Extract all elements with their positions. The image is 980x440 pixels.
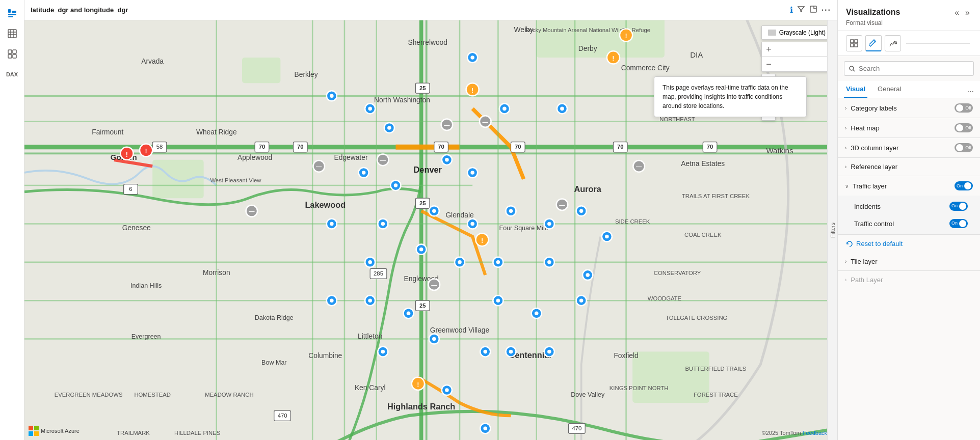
category-labels-toggle[interactable]: Off bbox=[955, 103, 973, 113]
filter-icon[interactable] bbox=[797, 5, 805, 15]
svg-text:Berkley: Berkley bbox=[295, 70, 318, 78]
toggle-knob bbox=[959, 220, 966, 227]
svg-rect-214 bbox=[29, 426, 33, 430]
section-path-layer-header[interactable]: › Path Layer bbox=[838, 271, 980, 289]
traffic-control-toggle[interactable]: On bbox=[949, 219, 968, 228]
svg-text:Bow Mar: Bow Mar bbox=[261, 359, 287, 366]
chevron-right-icon-ref: › bbox=[845, 164, 846, 170]
feedback-link[interactable]: Feedback bbox=[803, 430, 827, 436]
svg-point-134 bbox=[470, 222, 474, 226]
svg-text:70: 70 bbox=[297, 144, 304, 150]
toggle-knob bbox=[964, 182, 971, 189]
section-3d-column-title: › 3D column layer bbox=[845, 144, 898, 152]
panel-header: Visualizations « » Format visual bbox=[838, 0, 980, 31]
svg-text:CONSERVATORY: CONSERVATORY bbox=[654, 270, 701, 276]
svg-text:—: — bbox=[249, 208, 255, 214]
svg-rect-2 bbox=[8, 14, 16, 15]
azure-logo-label: Microsoft Azure bbox=[41, 428, 80, 434]
svg-point-118 bbox=[362, 171, 366, 175]
svg-text:Dove Valley: Dove Valley bbox=[571, 391, 605, 398]
incidents-toggle[interactable]: On bbox=[949, 202, 968, 211]
tab-visual[interactable]: Visual bbox=[844, 81, 867, 98]
svg-text:TRAILS AT FIRST CREEK: TRAILS AT FIRST CREEK bbox=[682, 193, 750, 199]
section-category-labels-header[interactable]: › Category labels Off bbox=[838, 98, 980, 118]
panel-expand-button[interactable]: » bbox=[963, 6, 972, 19]
search-input[interactable] bbox=[859, 65, 969, 72]
table-nav-icon[interactable] bbox=[3, 24, 21, 43]
section-path-layer-title: › Path Layer bbox=[845, 276, 883, 284]
svg-text:FOREST TRACE: FOREST TRACE bbox=[694, 392, 738, 398]
toggle-knob bbox=[956, 144, 963, 151]
info-icon[interactable]: ℹ bbox=[790, 5, 793, 15]
svg-point-120 bbox=[394, 183, 398, 187]
reset-button[interactable]: Reset to default bbox=[838, 235, 980, 253]
map-style-button[interactable]: Grayscale (Light) bbox=[761, 25, 832, 40]
zoom-controls: + − bbox=[761, 42, 832, 72]
map-container[interactable]: 70 70 70 70 70 70 25 25 25 6 58 bbox=[24, 20, 837, 440]
report-nav-icon[interactable] bbox=[3, 4, 21, 22]
zoom-in-button[interactable]: + bbox=[762, 42, 776, 57]
section-reference-layer: › Reference layer bbox=[838, 158, 980, 176]
svg-text:Greenwood Village: Greenwood Village bbox=[430, 326, 490, 334]
model-nav-icon[interactable] bbox=[3, 45, 21, 63]
svg-text:Indian Hills: Indian Hills bbox=[130, 282, 162, 289]
analytics-format-button[interactable] bbox=[885, 35, 901, 51]
grid-format-button[interactable] bbox=[846, 35, 862, 51]
panel-title: Visualizations bbox=[846, 8, 900, 17]
svg-text:—: — bbox=[380, 157, 386, 163]
svg-text:70: 70 bbox=[259, 144, 266, 150]
svg-text:Commerce City: Commerce City bbox=[621, 64, 670, 72]
svg-text:25: 25 bbox=[419, 85, 426, 91]
svg-text:HILLDALE PINES: HILLDALE PINES bbox=[174, 430, 221, 436]
svg-text:70: 70 bbox=[707, 144, 713, 150]
section-traffic-layer-title: ∨ Traffic layer bbox=[845, 182, 887, 190]
svg-text:58: 58 bbox=[156, 144, 163, 150]
svg-point-142 bbox=[605, 235, 609, 239]
map-style-icon bbox=[768, 30, 776, 36]
dax-nav-icon[interactable]: DAX bbox=[3, 65, 21, 84]
svg-point-180 bbox=[483, 427, 487, 431]
svg-rect-220 bbox=[851, 44, 854, 47]
tab-general[interactable]: General bbox=[876, 81, 903, 98]
tab-more-button[interactable]: ... bbox=[967, 85, 974, 94]
heat-map-toggle[interactable]: Off bbox=[955, 123, 973, 132]
svg-text:Glendale: Glendale bbox=[445, 211, 474, 219]
filters-label: Filters bbox=[830, 223, 836, 238]
svg-text:West Pleasant View: West Pleasant View bbox=[210, 177, 261, 183]
expand-icon[interactable] bbox=[809, 5, 817, 15]
svg-point-138 bbox=[547, 222, 551, 226]
chevron-right-icon-path: › bbox=[845, 277, 846, 283]
toggle-knob bbox=[956, 124, 963, 131]
incidents-sub-item: Incidents On bbox=[838, 198, 980, 215]
svg-text:Littleton: Littleton bbox=[358, 333, 382, 341]
svg-text:!: ! bbox=[417, 381, 419, 389]
svg-point-166 bbox=[579, 298, 584, 302]
section-traffic-layer-header[interactable]: ∨ Traffic layer On bbox=[838, 176, 980, 196]
svg-text:!: ! bbox=[481, 237, 483, 244]
svg-text:!: ! bbox=[145, 148, 147, 155]
svg-point-146 bbox=[419, 248, 423, 252]
more-icon[interactable]: ··· bbox=[822, 6, 831, 15]
section-path-layer: › Path Layer bbox=[838, 271, 980, 289]
section-tile-layer-header[interactable]: › Tile layer bbox=[838, 253, 980, 270]
svg-text:6: 6 bbox=[129, 186, 132, 192]
section-reference-layer-header[interactable]: › Reference layer bbox=[838, 158, 980, 176]
chevron-right-icon-tile: › bbox=[845, 259, 846, 264]
chevron-right-icon-heat: › bbox=[845, 125, 846, 131]
3d-column-toggle[interactable]: Off bbox=[955, 143, 973, 152]
filters-bar[interactable]: Filters bbox=[827, 20, 837, 440]
svg-text:Four Square Mile: Four Square Mile bbox=[499, 225, 548, 232]
panel-collapse-button[interactable]: « bbox=[952, 6, 961, 19]
svg-rect-219 bbox=[855, 40, 858, 43]
svg-text:Highlands Ranch: Highlands Ranch bbox=[387, 402, 455, 411]
paint-format-button[interactable] bbox=[865, 35, 882, 51]
main-content: latitude_dgr and longitude_dgr ℹ ··· bbox=[24, 0, 837, 440]
section-heat-map-header[interactable]: › Heat map Off bbox=[838, 118, 980, 138]
traffic-layer-toggle[interactable]: On bbox=[955, 181, 973, 190]
svg-point-156 bbox=[330, 298, 334, 302]
top-bar: latitude_dgr and longitude_dgr ℹ ··· bbox=[24, 0, 837, 20]
section-3d-column-header[interactable]: › 3D column layer Off bbox=[838, 138, 980, 157]
svg-rect-10 bbox=[13, 50, 16, 53]
svg-point-162 bbox=[496, 298, 500, 302]
zoom-out-button[interactable]: − bbox=[762, 57, 776, 71]
